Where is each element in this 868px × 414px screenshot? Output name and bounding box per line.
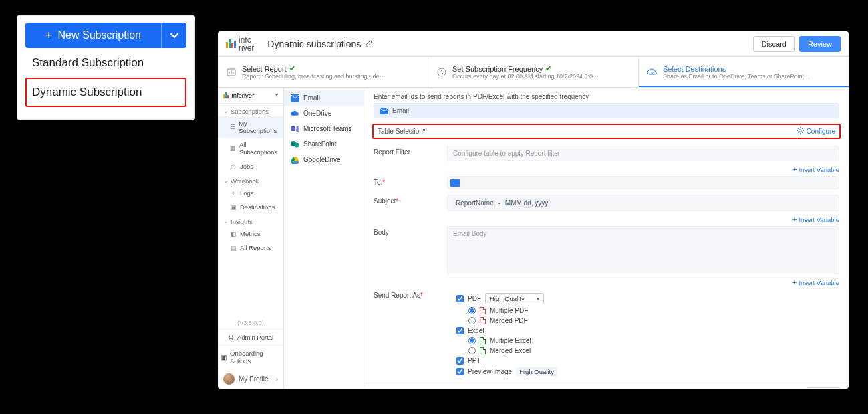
svg-point-6	[295, 142, 299, 147]
sidebar-item-jobs[interactable]: ◷Jobs	[218, 159, 283, 173]
svg-rect-4	[296, 128, 299, 132]
sidebar-item-destinations[interactable]: ▣Destinations	[218, 200, 283, 214]
dropdown-item-dynamic[interactable]: Dynamic Subscription	[25, 78, 186, 107]
new-subscription-dropdown: + New Subscription Standard Subscription…	[17, 15, 195, 120]
edit-icon[interactable]	[365, 39, 373, 49]
multiple-excel-label: Multiple Excel	[490, 337, 531, 344]
log-icon: ✧	[230, 190, 237, 197]
excel-doc-icon	[480, 337, 486, 344]
sidebar-item-my-subscriptions[interactable]: ☰My Subscriptions	[218, 116, 283, 138]
version-label: (V3.5.0.0)	[218, 317, 283, 329]
email-destination-bar[interactable]: Email	[374, 103, 839, 118]
stepper: Select Report ✔ Report : Scheduling, bro…	[218, 57, 849, 88]
merged-excel-radio[interactable]	[468, 347, 476, 354]
multiple-pdf-radio[interactable]	[468, 307, 476, 314]
preview-quality-badge[interactable]: High Quality	[516, 367, 557, 376]
sidebar-section-subscriptions[interactable]: ⌄Subscriptions	[218, 104, 283, 116]
sidebar-item-all-reports[interactable]: ▤All Reports	[218, 241, 283, 255]
excel-label: Excel	[468, 327, 484, 334]
mail-icon	[380, 108, 388, 114]
step-select-report[interactable]: Select Report ✔ Report : Scheduling, bro…	[218, 57, 428, 87]
sidebar-section-writeback[interactable]: ⌄Writeback	[218, 173, 283, 186]
to-row: To.*	[364, 173, 849, 192]
new-subscription-label: New Subscription	[58, 29, 142, 41]
svg-rect-2	[291, 126, 295, 131]
metrics-icon: ◧	[230, 231, 237, 237]
chevron-right-icon: ›	[276, 376, 278, 383]
admin-portal-button[interactable]: ⚙Admin Portal	[218, 329, 283, 345]
send-report-as-label: Send Report As	[374, 292, 420, 299]
discard-button[interactable]: Discard	[753, 36, 795, 52]
step-frequency[interactable]: Set Subscription Frequency ✔ Occurs ever…	[428, 57, 639, 87]
avatar	[223, 373, 235, 385]
merged-pdf-radio[interactable]	[468, 317, 476, 324]
app-body: Inforiver ▾ ⌄Subscriptions ☰My Subscript…	[218, 88, 849, 389]
insert-variable-link[interactable]: + Insert Variable	[364, 165, 849, 173]
workspace-icon	[223, 92, 229, 98]
chevron-down-icon[interactable]	[161, 23, 186, 48]
list-icon: ▦	[230, 145, 236, 152]
destination-email[interactable]: Email	[284, 90, 364, 106]
my-profile-button[interactable]: My Profile ›	[218, 369, 283, 389]
chevron-down-icon: ▾	[537, 296, 539, 302]
workspace-selector[interactable]: Inforiver ▾	[218, 88, 283, 104]
review-button[interactable]: Review	[799, 36, 841, 52]
preview-image-label: Preview Image	[468, 368, 512, 375]
form-footer: Back	[364, 383, 849, 389]
back-button[interactable]: Back	[807, 387, 841, 389]
mail-icon	[291, 94, 299, 102]
sidebar-item-logs[interactable]: ✧Logs	[218, 186, 283, 200]
configure-button[interactable]: Configure	[797, 127, 835, 136]
gear-icon	[797, 127, 804, 136]
onboarding-actions-button[interactable]: ▣Onboarding Actions	[218, 345, 283, 369]
pdf-label: PDF	[468, 295, 481, 302]
subject-token-reportname[interactable]: ReportName	[453, 199, 496, 207]
check-icon: ✔	[545, 64, 551, 73]
sidebar-section-insights[interactable]: ⌄Insights	[218, 214, 283, 227]
destination-googledrive[interactable]: GoogleDrive	[284, 152, 364, 167]
destination-teams[interactable]: Microsoft Teams	[284, 121, 364, 136]
step-sub: Report : Scheduling, broadcasting and bu…	[242, 73, 389, 80]
dropdown-item-standard[interactable]: Standard Subscription	[25, 48, 186, 78]
onedrive-icon	[291, 110, 299, 117]
report-filter-input[interactable]: Configure table to apply Report filter	[447, 146, 839, 161]
send-report-as-row: Send Report As* PDF High Quality▾ Multip…	[364, 286, 849, 383]
report-filter-row: Report Filter Configure table to apply R…	[364, 143, 849, 164]
to-input[interactable]	[447, 176, 839, 189]
googledrive-icon	[291, 156, 299, 163]
destination-sharepoint[interactable]: SharePoint	[284, 136, 364, 152]
sidebar-item-metrics[interactable]: ◧Metrics	[218, 227, 283, 241]
svg-point-3	[296, 126, 299, 128]
excel-checkbox[interactable]	[456, 327, 464, 334]
sidebar-item-all-subscriptions[interactable]: ▦All Subscriptions	[218, 138, 283, 159]
body-input[interactable]: Email Body	[447, 226, 839, 274]
step-destinations[interactable]: Select Destinations Share as Email or to…	[639, 57, 849, 87]
insert-variable-link[interactable]: + Insert Variable	[364, 215, 849, 223]
table-selection-label: Table Selection	[378, 128, 423, 135]
body-row: Body Email Body	[364, 223, 849, 277]
pdf-doc-icon	[480, 307, 486, 314]
preview-image-checkbox[interactable]	[456, 368, 464, 375]
pdf-quality-select[interactable]: High Quality▾	[485, 293, 544, 304]
insert-variable-link[interactable]: + Insert Variable	[364, 278, 849, 286]
subject-row: Subject* ReportName- MMM dd, yyyy	[364, 192, 849, 214]
subject-token-date[interactable]: MMM dd, yyyy	[502, 199, 551, 207]
brand-text: inforiver	[239, 36, 254, 52]
ppt-label: PPT	[468, 357, 480, 365]
step-title: Select Report	[242, 65, 287, 73]
new-subscription-button[interactable]: + New Subscription	[25, 23, 186, 48]
subject-input[interactable]: ReportName- MMM dd, yyyy	[447, 195, 839, 211]
step-sub: Share as Email or to OneDrive, Teams or …	[663, 73, 810, 80]
new-subscription-main[interactable]: + New Subscription	[25, 23, 161, 48]
chevron-down-icon: ⌄	[223, 219, 228, 225]
pdf-checkbox[interactable]	[456, 295, 464, 302]
multiple-excel-radio[interactable]	[468, 337, 476, 344]
destination-onedrive[interactable]: OneDrive	[284, 106, 364, 121]
multiple-pdf-label: Multiple PDF	[490, 307, 528, 314]
report-icon	[226, 67, 237, 78]
svg-point-7	[799, 130, 801, 132]
pdf-doc-icon	[480, 317, 486, 324]
ppt-checkbox[interactable]	[456, 357, 464, 365]
brand-logo: inforiver	[226, 36, 254, 52]
form-hint: Enter email ids to send reports in PDF/E…	[364, 88, 849, 103]
